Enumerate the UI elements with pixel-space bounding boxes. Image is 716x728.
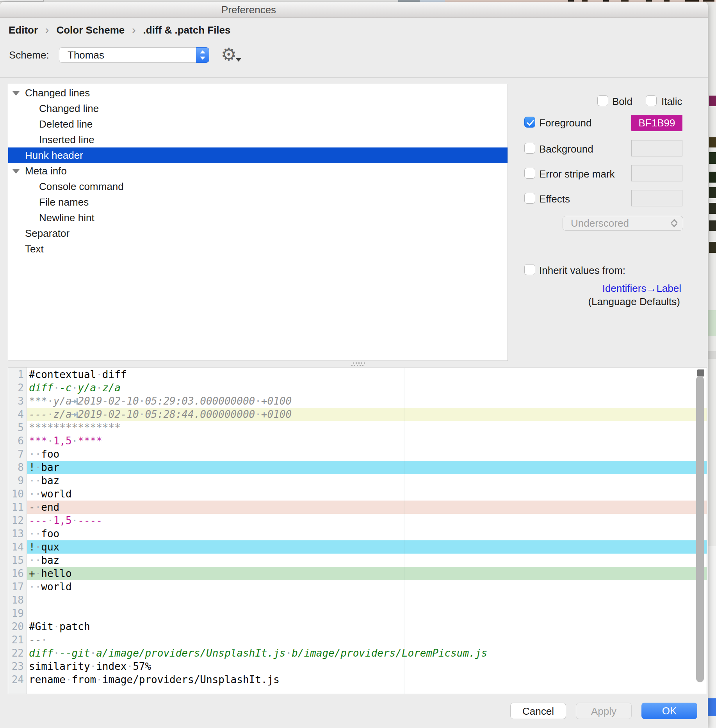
- code-line-24: rename·from·image/providers/UnsplashIt.j…: [29, 673, 280, 686]
- line-number: 15: [12, 554, 24, 567]
- foreground-label: Foreground: [539, 117, 591, 129]
- background-window-fragment: [709, 96, 716, 106]
- breadcrumb-separator-icon: ›: [45, 24, 49, 36]
- tree-item-hunk-header[interactable]: Hunk header: [8, 147, 508, 163]
- line-highlight-deleted: [27, 501, 707, 514]
- language-defaults-note: (Language Defaults): [588, 296, 680, 308]
- background-window-fragment: [709, 152, 716, 164]
- background-window-fragment: [708, 546, 716, 698]
- background-label: Background: [539, 143, 593, 155]
- tree-item-newline-hint[interactable]: Newline hint: [8, 210, 508, 226]
- background-window-fragment: [703, 0, 714, 2]
- scheme-label: Scheme:: [9, 47, 49, 63]
- background-window-fragment: [709, 137, 716, 147]
- effects-checkbox[interactable]: [524, 193, 535, 204]
- error-stripe-color-field[interactable]: [631, 165, 682, 181]
- line-number: 8: [18, 461, 24, 474]
- tree-item-deleted-line[interactable]: Deleted line: [8, 116, 508, 132]
- scheme-select-stepper-icon[interactable]: [196, 47, 209, 63]
- scheme-select-value: Thomas: [68, 48, 104, 62]
- line-number: 17: [12, 580, 24, 593]
- background-window-fragment: [603, 0, 609, 2]
- cancel-button[interactable]: Cancel: [510, 703, 566, 719]
- line-number: 21: [12, 633, 24, 646]
- line-number: 1: [18, 368, 24, 381]
- line-highlight-changed: [27, 540, 707, 554]
- tree-item-label: Console command: [39, 179, 124, 194]
- expander-triangle-icon[interactable]: [12, 169, 20, 174]
- tree-item-console-command[interactable]: Console command: [8, 179, 508, 194]
- tree-item-changed-line[interactable]: Changed line: [8, 101, 508, 116]
- line-number: 7: [18, 447, 24, 461]
- line-number: 13: [12, 527, 24, 540]
- inherit-source-link[interactable]: Identifiers→Label: [602, 282, 681, 295]
- tree-item-meta-info[interactable]: Meta info: [8, 163, 508, 179]
- diff-preview-editor[interactable]: 123456789101112131415161718192021222324 …: [8, 367, 707, 694]
- background-window-fragment: [0, 1, 44, 2]
- tree-item-file-names[interactable]: File names: [8, 194, 508, 210]
- editor-gutter: 123456789101112131415161718192021222324: [8, 368, 27, 694]
- background-checkbox[interactable]: [524, 143, 535, 154]
- line-number: 24: [12, 673, 24, 686]
- tree-item-text[interactable]: Text: [8, 241, 508, 257]
- expander-triangle-icon[interactable]: [12, 91, 20, 96]
- background-window-fragment: [582, 0, 588, 2]
- preferences-dialog: Preferences Editor › Color Scheme › .dif…: [0, 2, 708, 728]
- tree-item-changed-lines[interactable]: Changed lines: [8, 85, 508, 101]
- code-line-4: ---·z/a2019-02-10·05:28:44.000000000·+01…: [29, 408, 292, 421]
- scheme-select[interactable]: Thomas: [59, 47, 209, 63]
- tree-item-label: Text: [25, 241, 44, 257]
- line-number: 12: [12, 514, 24, 527]
- breadcrumb-item-editor[interactable]: Editor: [9, 24, 38, 36]
- line-highlight-inserted: [27, 567, 707, 580]
- line-number: 10: [12, 487, 24, 501]
- foreground-color-swatch[interactable]: BF1B99: [631, 115, 682, 131]
- line-number: 18: [12, 593, 24, 607]
- background-window-fragment: [43, 0, 44, 2]
- italic-checkbox[interactable]: [646, 95, 657, 106]
- italic-label: Italic: [661, 96, 682, 108]
- editor-scrollbar[interactable]: [696, 376, 704, 682]
- right-margin-guide: [404, 368, 404, 694]
- line-number: 11: [12, 501, 24, 514]
- breadcrumb: Editor › Color Scheme › .diff & .patch F…: [9, 22, 231, 38]
- tree-item-inserted-line[interactable]: Inserted line: [8, 132, 508, 147]
- error-stripe-checkbox[interactable]: [524, 168, 535, 179]
- code-line-23: similarity·index·57%: [29, 660, 151, 673]
- ok-button[interactable]: OK: [641, 703, 697, 719]
- tree-item-label: Deleted line: [39, 116, 93, 132]
- code-line-20: #Git·patch: [29, 620, 90, 633]
- foreground-checkbox[interactable]: [524, 117, 535, 128]
- background-window-fragment: [646, 0, 652, 2]
- code-line-14: !·qux: [29, 540, 59, 554]
- line-number: 4: [18, 408, 24, 421]
- code-line-7: ··foo: [29, 447, 59, 461]
- effects-style-select[interactable]: Underscored: [563, 216, 683, 231]
- inherit-values-checkbox[interactable]: [524, 264, 535, 275]
- bold-checkbox[interactable]: [597, 95, 608, 106]
- background-color-field[interactable]: [631, 140, 682, 156]
- tree-item-separator[interactable]: Separator: [8, 226, 508, 241]
- effects-label: Effects: [539, 193, 570, 205]
- code-line-6: ***·1,5·****: [29, 434, 102, 447]
- dialog-titlebar[interactable]: Preferences: [0, 2, 708, 18]
- line-highlight-changed: [27, 461, 707, 474]
- effects-color-field[interactable]: [631, 190, 682, 206]
- code-line-11: -·end: [29, 501, 59, 514]
- breadcrumb-item-color-scheme[interactable]: Color Scheme: [56, 24, 125, 36]
- gear-icon: ⚙: [221, 46, 237, 64]
- background-window-fragment: [664, 0, 670, 2]
- line-number: 14: [12, 540, 24, 554]
- scheme-actions-button[interactable]: ⚙: [221, 46, 244, 64]
- apply-button[interactable]: Apply: [576, 703, 632, 719]
- line-number: 2: [18, 381, 24, 394]
- line-number: 9: [18, 474, 24, 487]
- error-stripe-label: Error stripe mark: [539, 168, 615, 180]
- splitter-grip[interactable]: [351, 362, 367, 367]
- attribute-tree: Changed linesChanged lineDeleted lineIns…: [8, 84, 508, 361]
- background-window-fragment: [708, 310, 716, 336]
- bold-label: Bold: [612, 96, 632, 108]
- line-number: 5: [18, 421, 24, 434]
- code-line-1: #contextual·diff: [29, 368, 126, 381]
- tree-item-label: Separator: [25, 226, 69, 241]
